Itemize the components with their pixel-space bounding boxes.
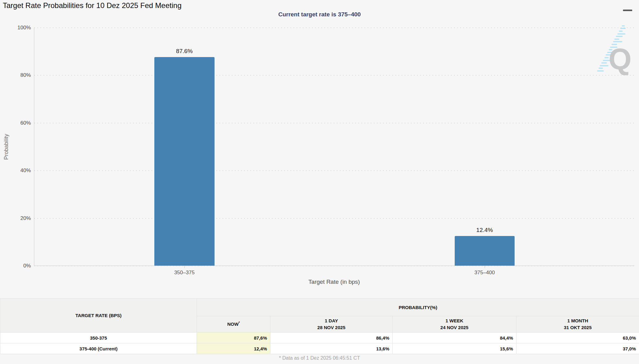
bar-value-label: 87.6% — [176, 48, 193, 55]
y-tick-label: 40% — [20, 168, 31, 174]
day-probability-cell: 86,4% — [270, 333, 393, 343]
page-title: Target Rate Probabilities for 10 Dez 202… — [3, 1, 182, 10]
now-probability-cell: 12,4% — [197, 343, 270, 354]
col-header-target-rate: TARGET RATE (BPS) — [0, 299, 197, 333]
plot-area: 87.6%350–37512.4%375–400 — [34, 28, 634, 266]
x-tick-label: 375–400 — [474, 270, 495, 276]
y-tick-label: 20% — [20, 215, 31, 221]
chart-subtitle: Current target rate is 375–400 — [0, 11, 639, 18]
col-header-1month: 1 MONTH31 OKT 2025 — [516, 316, 639, 333]
x-tick-label: 350–375 — [174, 270, 194, 276]
gridline — [34, 218, 634, 219]
rate-range-cell: 350-375 — [0, 333, 197, 343]
x-axis-tick — [184, 266, 185, 268]
col-header-probability: PROBABILITY(%) — [197, 299, 639, 316]
bar-value-label: 12.4% — [476, 227, 493, 234]
table-row-350-375: 350-375 87,6% 86,4% 84,4% 63,0% — [0, 333, 639, 343]
table-row-375-400-current: 375-400 (Current) 12,4% 13,6% 15,6% 37,0… — [0, 343, 639, 354]
gridline — [34, 75, 634, 76]
rate-range-cell: 375-400 (Current) — [0, 343, 197, 354]
week-probability-cell: 15,6% — [393, 343, 516, 354]
now-probability-cell: 87,6% — [197, 333, 270, 343]
bar-350–375[interactable] — [154, 57, 215, 266]
watermark-stripe — [622, 25, 625, 27]
probability-table: TARGET RATE (BPS) PROBABILITY(%) NOW* 1 … — [0, 298, 639, 354]
gridline — [34, 266, 634, 266]
gridline — [34, 123, 634, 123]
col-header-1week: 1 WEEK24 NOV 2025 — [393, 316, 516, 333]
y-tick-label: 0% — [23, 263, 31, 269]
fedwatch-tool: Target Rate Probabilities for 10 Dez 202… — [0, 0, 639, 364]
gridline — [34, 27, 634, 28]
week-probability-cell: 84,4% — [393, 333, 516, 343]
col-header-now: NOW* — [197, 316, 270, 333]
bar-375–400[interactable] — [455, 236, 515, 266]
y-tick-label: 60% — [20, 120, 31, 126]
y-axis-labels: 0%20%40%60%80%100% — [0, 28, 31, 266]
x-axis-tick — [485, 266, 485, 268]
now-asterisk: * — [239, 321, 240, 325]
month-probability-cell: 63,0% — [516, 333, 639, 343]
data-as-of-note: * Data as of 1 Dez 2025 06:45:51 CT — [0, 355, 639, 361]
col-header-1day: 1 DAY28 NOV 2025 — [270, 316, 393, 333]
y-tick-label: 80% — [20, 72, 31, 78]
month-probability-cell: 37,0% — [516, 343, 639, 354]
y-tick-label: 100% — [18, 25, 31, 31]
gridline — [34, 170, 634, 171]
day-probability-cell: 13,6% — [270, 343, 393, 354]
x-axis-title: Target Rate (in bps) — [34, 279, 634, 285]
